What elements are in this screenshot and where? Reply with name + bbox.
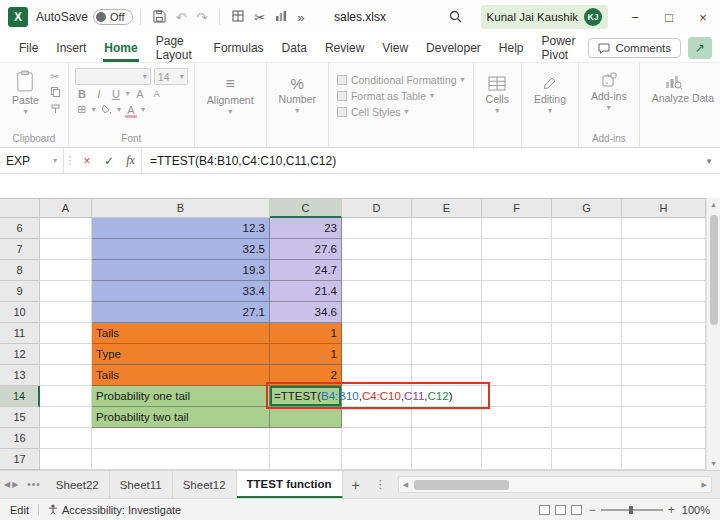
column-header-G[interactable]: G (552, 198, 622, 218)
table-icon[interactable] (227, 8, 249, 26)
cell-C17[interactable] (270, 449, 342, 470)
cell-A16[interactable] (40, 428, 92, 449)
column-header-D[interactable]: D (342, 198, 412, 218)
cell-G6[interactable] (552, 218, 622, 239)
cell-E9[interactable] (412, 281, 482, 302)
cell-D9[interactable] (342, 281, 412, 302)
analyze-data-button[interactable]: Analyze Data (646, 68, 702, 106)
cancel-entry-icon[interactable]: × (76, 148, 98, 173)
editing-button[interactable]: Editing ▾ (528, 68, 572, 117)
fill-color-dropdown-icon[interactable]: ▾ (117, 106, 121, 114)
insert-function-icon[interactable]: fx (120, 148, 142, 173)
cells-button[interactable]: Cells ▾ (480, 68, 515, 117)
zoom-slider[interactable] (601, 509, 663, 511)
underline-button[interactable]: U (109, 88, 123, 100)
cell-G15[interactable] (552, 407, 622, 428)
cell-E16[interactable] (412, 428, 482, 449)
vertical-scrollbar[interactable]: ▲ ▼ (706, 198, 720, 470)
cell-B8[interactable]: 19.3 (92, 260, 270, 281)
borders-button[interactable]: ⊞ (75, 103, 89, 116)
row-header-15[interactable]: 15 (0, 407, 40, 428)
name-box[interactable]: EXP ▾ (0, 148, 64, 173)
enter-entry-icon[interactable]: ✓ (98, 148, 120, 173)
cell-H10[interactable] (622, 302, 706, 323)
addins-button[interactable]: Add-ins ▾ (585, 68, 633, 114)
cell-A8[interactable] (40, 260, 92, 281)
scroll-right-icon[interactable]: ▶ (698, 481, 711, 489)
font-name-select[interactable]: ▾ (75, 68, 151, 85)
cell-F6[interactable] (482, 218, 552, 239)
cell-A6[interactable] (40, 218, 92, 239)
cell-G7[interactable] (552, 239, 622, 260)
prev-sheet-icon[interactable]: ◀ (4, 480, 10, 489)
cell-A12[interactable] (40, 344, 92, 365)
search-icon[interactable] (444, 8, 467, 27)
increase-font-button[interactable]: A (133, 88, 147, 100)
cell-E12[interactable] (412, 344, 482, 365)
row-header-10[interactable]: 10 (0, 302, 40, 323)
formula-bar-input[interactable]: =TTEST(B4:B10,C4:C10,C11,C12) (142, 148, 698, 173)
menu-tab-home[interactable]: Home (95, 34, 146, 62)
cell-H14[interactable] (622, 386, 706, 407)
next-sheet-icon[interactable]: ▶ (12, 480, 18, 489)
cell-H9[interactable] (622, 281, 706, 302)
cell-C11[interactable]: 1 (270, 323, 342, 344)
cell-B13[interactable]: Tails (92, 365, 270, 386)
column-header-A[interactable]: A (40, 198, 92, 218)
alignment-button[interactable]: ≡ Alignment ▾ (201, 68, 260, 118)
cell-C15[interactable] (270, 407, 342, 428)
cell-G12[interactable] (552, 344, 622, 365)
cell-F16[interactable] (482, 428, 552, 449)
decrease-font-button[interactable]: A (150, 89, 164, 99)
cell-E11[interactable] (412, 323, 482, 344)
sheet-tab-sheet22[interactable]: Sheet22 (46, 471, 110, 498)
menu-tab-insert[interactable]: Insert (47, 34, 95, 62)
cell-E8[interactable] (412, 260, 482, 281)
cell-A14[interactable] (40, 386, 92, 407)
maximize-icon[interactable]: □ (652, 0, 686, 34)
undo-icon[interactable]: ↶ (171, 9, 192, 26)
cell-D16[interactable] (342, 428, 412, 449)
ribbon-format-as-table-button[interactable]: Format as Table▾ (335, 88, 467, 104)
cell-F7[interactable] (482, 239, 552, 260)
sheet-tab-sheet11[interactable]: Sheet11 (110, 471, 173, 498)
all-sheets-icon[interactable]: ••• (22, 471, 46, 498)
cell-G10[interactable] (552, 302, 622, 323)
cell-B9[interactable]: 33.4 (92, 281, 270, 302)
comments-button[interactable]: Comments (588, 38, 681, 58)
row-header-6[interactable]: 6 (0, 218, 40, 239)
zoom-out-icon[interactable]: − (589, 504, 596, 516)
cell-C7[interactable]: 27.6 (270, 239, 342, 260)
autosave-toggle[interactable]: AutoSave Off (36, 9, 133, 25)
select-all-corner[interactable] (0, 198, 40, 218)
cell-D10[interactable] (342, 302, 412, 323)
cell-G13[interactable] (552, 365, 622, 386)
excel-logo-icon[interactable]: X (8, 7, 28, 27)
cell-G16[interactable] (552, 428, 622, 449)
cell-D17[interactable] (342, 449, 412, 470)
borders-dropdown-icon[interactable]: ▾ (92, 106, 96, 114)
save-icon[interactable] (148, 8, 171, 27)
copy-button[interactable] (49, 86, 62, 100)
column-header-H[interactable]: H (622, 198, 706, 218)
italic-button[interactable]: I (92, 88, 106, 100)
horizontal-scrollbar[interactable]: ◀ ▶ (398, 476, 712, 493)
sheet-options-icon[interactable]: ⋮ (369, 471, 392, 498)
cell-E17[interactable] (412, 449, 482, 470)
column-header-B[interactable]: B (92, 198, 270, 218)
cell-A15[interactable] (40, 407, 92, 428)
sheet-tab-ttest-function[interactable]: TTEST function (237, 471, 343, 498)
cell-C16[interactable] (270, 428, 342, 449)
cell-H17[interactable] (622, 449, 706, 470)
cell-A11[interactable] (40, 323, 92, 344)
user-account[interactable]: Kunal Jai Kaushik KJ (481, 5, 608, 29)
share-button[interactable]: ↗ (688, 37, 712, 59)
cell-H13[interactable] (622, 365, 706, 386)
cell-F15[interactable] (482, 407, 552, 428)
chart-icon[interactable] (270, 8, 292, 26)
column-header-C[interactable]: C (270, 198, 342, 218)
autosave-pill[interactable]: Off (93, 9, 132, 25)
cell-D8[interactable] (342, 260, 412, 281)
row-header-7[interactable]: 7 (0, 239, 40, 260)
cut-button[interactable]: ✂ (49, 71, 62, 83)
